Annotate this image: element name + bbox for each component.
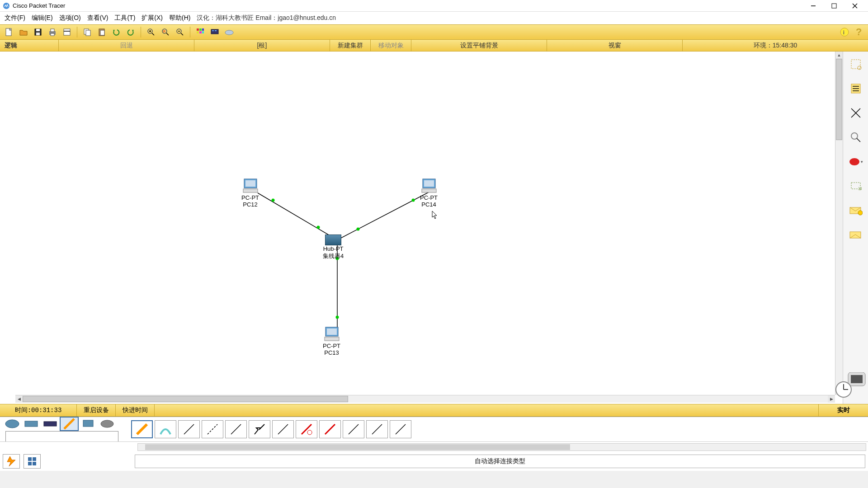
resize-tool[interactable] — [848, 178, 864, 194]
connection-iot[interactable] — [366, 420, 388, 438]
connection-fiber[interactable] — [225, 420, 247, 438]
device-pc14[interactable]: PC-PT PC14 — [420, 178, 438, 208]
mouse-cursor — [432, 211, 437, 219]
svg-line-48 — [337, 192, 430, 240]
new-file-button[interactable] — [3, 26, 15, 38]
scroll-thumb[interactable] — [836, 59, 842, 140]
device-hscroll[interactable] — [137, 443, 866, 451]
svg-line-84 — [184, 424, 194, 434]
open-file-button[interactable] — [17, 26, 30, 38]
fast-forward-button[interactable]: 快进时间 — [116, 404, 155, 416]
category-connections[interactable] — [60, 417, 79, 431]
realtime-toggle[interactable] — [835, 372, 866, 400]
cloud-button[interactable] — [223, 26, 236, 38]
connection-octal[interactable] — [343, 420, 364, 438]
zoom-reset-button[interactable]: R — [159, 26, 172, 38]
category-wan[interactable] — [98, 417, 117, 431]
menu-options[interactable]: 选项(O) — [59, 14, 81, 22]
connection-phone[interactable] — [249, 420, 270, 438]
save-button[interactable] — [32, 26, 44, 38]
simple-pdu-tool[interactable] — [848, 202, 864, 219]
category-switch[interactable] — [22, 417, 41, 431]
info-button[interactable]: i — [838, 26, 851, 38]
environment-label[interactable]: 环境：15:48:30 — [683, 40, 868, 51]
scroll-thumb[interactable] — [145, 444, 570, 450]
restart-devices-button[interactable]: 重启设备 — [77, 404, 116, 416]
connection-crossover[interactable] — [202, 420, 223, 438]
vertical-scrollbar[interactable]: ▲ ▼ — [835, 52, 843, 395]
select-tool[interactable] — [848, 56, 864, 72]
device-dialog-button[interactable] — [208, 26, 221, 38]
connection-usb[interactable] — [390, 420, 411, 438]
undo-button[interactable] — [110, 26, 123, 38]
device-panel: 自动选择连接类型 — [0, 417, 868, 471]
mode-grid-button[interactable] — [24, 454, 41, 469]
mode-lightning-button[interactable] — [3, 454, 20, 469]
close-button[interactable] — [844, 0, 865, 11]
svg-rect-92 — [28, 457, 32, 461]
new-cluster-button[interactable]: 新建集群 — [330, 40, 371, 51]
maximize-button[interactable] — [824, 0, 844, 11]
svg-rect-7 — [36, 29, 40, 31]
minimize-button[interactable] — [803, 0, 824, 11]
zoom-in-button[interactable] — [145, 26, 157, 38]
set-background-button[interactable]: 设置平铺背景 — [411, 40, 547, 51]
redo-button[interactable] — [124, 26, 137, 38]
category-hub[interactable] — [41, 417, 60, 431]
root-label[interactable]: [根] — [194, 40, 330, 51]
complex-pdu-tool[interactable] — [848, 227, 864, 243]
menu-tools[interactable]: 工具(T) — [114, 14, 135, 22]
copy-button[interactable] — [81, 26, 94, 38]
menu-help[interactable]: 帮助(H) — [169, 14, 190, 22]
svg-rect-57 — [327, 328, 337, 335]
connection-auto[interactable] — [131, 420, 153, 438]
connection-coax[interactable] — [272, 420, 294, 438]
scroll-up-button[interactable]: ▲ — [835, 52, 843, 59]
delete-tool[interactable] — [848, 105, 864, 121]
note-tool[interactable] — [848, 80, 864, 97]
device-filter-input[interactable] — [5, 431, 118, 442]
scroll-right-button[interactable]: ▶ — [828, 395, 835, 403]
help-button[interactable]: ? — [853, 26, 865, 38]
device-pc13[interactable]: PC-PT PC13 — [323, 326, 340, 356]
svg-point-37 — [225, 30, 233, 35]
connection-serial-dte[interactable] — [319, 420, 341, 438]
sim-time-label: 时间:00:31:33 — [0, 404, 77, 416]
right-toolbar: ▾ — [843, 52, 868, 404]
menu-edit[interactable]: 编辑(E) — [32, 14, 53, 22]
connection-straight[interactable] — [178, 420, 200, 438]
paste-button[interactable] — [95, 26, 108, 38]
viewport-button[interactable]: 视窗 — [547, 40, 683, 51]
connection-console[interactable] — [155, 420, 176, 438]
inspect-tool[interactable] — [848, 129, 864, 145]
scroll-left-button[interactable]: ◀ — [15, 395, 23, 403]
device-pc12[interactable]: PC-PT PC12 — [241, 178, 259, 208]
realtime-mode-label[interactable]: 实时 — [818, 404, 868, 416]
menu-file[interactable]: 文件(F) — [5, 14, 25, 22]
palette-button[interactable] — [194, 26, 207, 38]
menu-view[interactable]: 查看(V) — [87, 14, 108, 22]
category-enddevices[interactable] — [79, 417, 98, 431]
scroll-thumb[interactable] — [23, 396, 348, 402]
workspace[interactable]: PC-PT PC12 PC-PT PC14 Hub-PT 集线器4 PC-PT … — [0, 52, 868, 404]
svg-rect-33 — [202, 31, 204, 33]
topology-canvas[interactable]: PC-PT PC12 PC-PT PC14 Hub-PT 集线器4 PC-PT … — [15, 52, 836, 395]
category-router[interactable] — [3, 417, 22, 431]
device-hub[interactable]: Hub-PT 集线器4 — [323, 235, 344, 260]
svg-text:?: ? — [856, 26, 862, 38]
print-button[interactable] — [46, 26, 59, 38]
draw-ellipse-tool[interactable]: ▾ — [848, 154, 864, 170]
connection-serial-dce[interactable] — [296, 420, 317, 438]
device-type-label: PC-PT — [241, 194, 259, 201]
zoom-out-button[interactable] — [174, 26, 186, 38]
svg-rect-59 — [851, 60, 860, 69]
horizontal-scrollbar[interactable]: ◀ ▶ — [15, 395, 835, 403]
back-button[interactable]: 回退 — [59, 40, 194, 51]
wizard-button[interactable] — [61, 26, 73, 38]
logical-tab[interactable]: 逻辑 — [0, 40, 59, 51]
svg-rect-28 — [197, 28, 199, 31]
move-object-button[interactable]: 移动对象 — [371, 40, 411, 51]
svg-rect-81 — [44, 422, 57, 426]
menu-extensions[interactable]: 扩展(X) — [142, 14, 163, 22]
device-type-label: Hub-PT — [323, 245, 344, 252]
